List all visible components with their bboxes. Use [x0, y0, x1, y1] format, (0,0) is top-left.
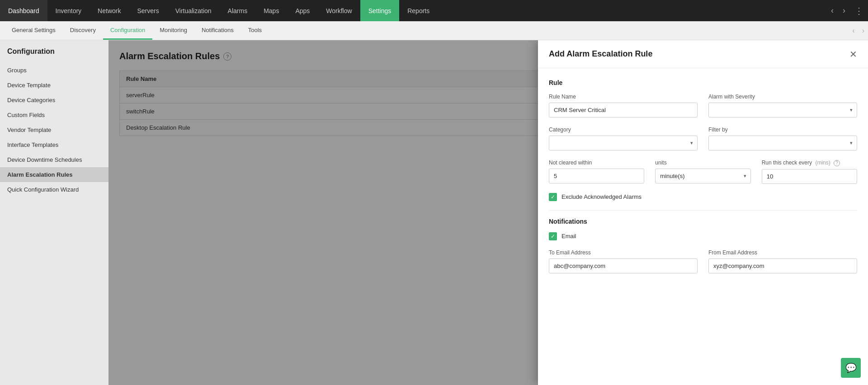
subnav-tools[interactable]: Tools: [241, 21, 269, 40]
form-row-name-severity: Rule Name Alarm with Severity ▾: [549, 94, 857, 117]
units-select-wrapper: minute(s) ▾: [655, 169, 750, 183]
to-email-label: To Email Address: [549, 249, 698, 256]
nav-prev-button[interactable]: ‹: [826, 0, 838, 21]
run-check-input[interactable]: [762, 169, 857, 184]
filter-by-label: Filter by: [708, 127, 857, 133]
alarm-severity-label: Alarm with Severity: [708, 94, 857, 100]
not-cleared-label: Not cleared within: [549, 160, 644, 166]
form-group-from-email: From Email Address: [708, 249, 857, 273]
rule-name-input[interactable]: [549, 103, 698, 117]
form-group-category: Category ▾: [549, 127, 698, 150]
sidebar-title: Configuration: [0, 47, 108, 63]
sidebar-item-groups[interactable]: Groups: [0, 63, 108, 78]
nav-item-network[interactable]: Network: [90, 0, 129, 21]
chat-icon: 💬: [845, 362, 857, 373]
exclude-acknowledged-row: ✓ Exclude Acknowledged Alarms: [549, 193, 857, 201]
content-area: Alarm Escalation Rules ? Rule Name Enabl…: [108, 40, 868, 385]
rule-name-label: Rule Name: [549, 94, 698, 100]
filter-by-select-wrapper: ▾: [708, 136, 857, 150]
subnav-discovery[interactable]: Discovery: [63, 21, 103, 40]
notifications-section: Notifications ✓ Email To Email Address: [549, 218, 857, 273]
nav-item-reports[interactable]: Reports: [399, 0, 438, 21]
modal-close-button[interactable]: ✕: [849, 50, 857, 59]
sidebar-item-vendor-template[interactable]: Vendor Template: [0, 122, 108, 137]
form-row-email: To Email Address From Email Address: [549, 249, 857, 273]
subnav-notifications[interactable]: Notifications: [194, 21, 241, 40]
email-checkmark-icon: ✓: [551, 234, 555, 239]
form-row-category-filter: Category ▾ Filter by: [549, 127, 857, 150]
modal-title: Add Alarm Escalation Rule: [549, 49, 652, 59]
chat-button[interactable]: 💬: [841, 358, 861, 378]
form-group-run-check: Run this check every (mins) ?: [762, 160, 857, 184]
subnav-controls: ‹ ›: [849, 27, 868, 35]
rule-section-title: Rule: [549, 79, 857, 86]
form-group-rule-name: Rule Name: [549, 94, 698, 117]
modal-body: Rule Rule Name Alarm with Severity ▾: [538, 68, 868, 293]
category-label: Category: [549, 127, 698, 133]
nav-next-button[interactable]: ›: [838, 0, 850, 21]
alarm-severity-select-wrapper: ▾: [708, 103, 857, 117]
nav-item-apps[interactable]: Apps: [287, 0, 318, 21]
modal-header: Add Alarm Escalation Rule ✕: [538, 40, 868, 68]
not-cleared-input[interactable]: [549, 169, 644, 183]
form-group-units: units minute(s) ▾: [655, 160, 750, 184]
section-divider: [549, 210, 857, 211]
category-select-wrapper: ▾: [549, 136, 698, 150]
top-navigation: Dashboard Inventory Network Servers Virt…: [0, 0, 868, 21]
subnav-next-button[interactable]: ›: [859, 27, 868, 35]
sidebar-item-alarm-escalation-rules[interactable]: Alarm Escalation Rules: [0, 167, 108, 182]
form-group-not-cleared: Not cleared within: [549, 160, 644, 184]
category-select[interactable]: [549, 136, 698, 150]
from-email-input[interactable]: [708, 258, 857, 273]
notifications-title: Notifications: [549, 218, 857, 225]
nav-item-workflow[interactable]: Workflow: [318, 0, 360, 21]
nav-item-virtualization[interactable]: Virtualization: [167, 0, 220, 21]
subnav-configuration[interactable]: Configuration: [103, 21, 152, 40]
nav-controls: ‹ › ⋮: [826, 0, 868, 21]
sidebar: Configuration Groups Device Template Dev…: [0, 40, 108, 385]
email-checkbox-row: ✓ Email: [549, 232, 857, 240]
filter-by-select[interactable]: [708, 136, 857, 150]
exclude-acknowledged-checkbox[interactable]: ✓: [549, 193, 557, 201]
nav-item-servers[interactable]: Servers: [129, 0, 167, 21]
units-select[interactable]: minute(s): [655, 169, 750, 183]
main-layout: Configuration Groups Device Template Dev…: [0, 40, 868, 385]
sidebar-item-device-categories[interactable]: Device Categories: [0, 93, 108, 108]
sub-navigation: General Settings Discovery Configuration…: [0, 21, 868, 40]
nav-item-alarms[interactable]: Alarms: [220, 0, 256, 21]
nav-item-settings[interactable]: Settings: [360, 0, 400, 21]
form-group-alarm-severity: Alarm with Severity ▾: [708, 94, 857, 117]
nav-item-maps[interactable]: Maps: [255, 0, 287, 21]
sidebar-item-device-downtime[interactable]: Device Downtime Schedules: [0, 152, 108, 167]
subnav-prev-button[interactable]: ‹: [849, 27, 858, 35]
alarm-severity-select[interactable]: [708, 103, 857, 117]
email-label: Email: [561, 233, 576, 239]
subnav-general-settings[interactable]: General Settings: [5, 21, 63, 40]
subnav-monitoring[interactable]: Monitoring: [152, 21, 194, 40]
sidebar-item-custom-fields[interactable]: Custom Fields: [0, 108, 108, 122]
checkmark-icon: ✓: [551, 194, 555, 200]
sidebar-item-quick-config-wizard[interactable]: Quick Configuration Wizard: [0, 182, 108, 197]
form-row-timing: Not cleared within units minute(s) ▾: [549, 160, 857, 184]
run-check-help-icon[interactable]: ?: [834, 160, 840, 166]
sidebar-item-interface-templates[interactable]: Interface Templates: [0, 137, 108, 152]
nav-item-dashboard[interactable]: Dashboard: [0, 0, 47, 21]
sidebar-item-device-template[interactable]: Device Template: [0, 78, 108, 93]
form-group-filter-by: Filter by ▾: [708, 127, 857, 150]
exclude-acknowledged-label: Exclude Acknowledged Alarms: [561, 193, 642, 200]
form-group-to-email: To Email Address: [549, 249, 698, 273]
from-email-label: From Email Address: [708, 249, 857, 256]
nav-item-inventory[interactable]: Inventory: [47, 0, 90, 21]
email-checkbox[interactable]: ✓: [549, 232, 557, 240]
run-check-label: Run this check every (mins) ?: [762, 160, 857, 166]
nav-more-button[interactable]: ⋮: [850, 0, 868, 21]
units-label: units: [655, 160, 750, 166]
add-rule-modal: Add Alarm Escalation Rule ✕ Rule Rule Na…: [538, 40, 868, 385]
to-email-input[interactable]: [549, 258, 698, 273]
